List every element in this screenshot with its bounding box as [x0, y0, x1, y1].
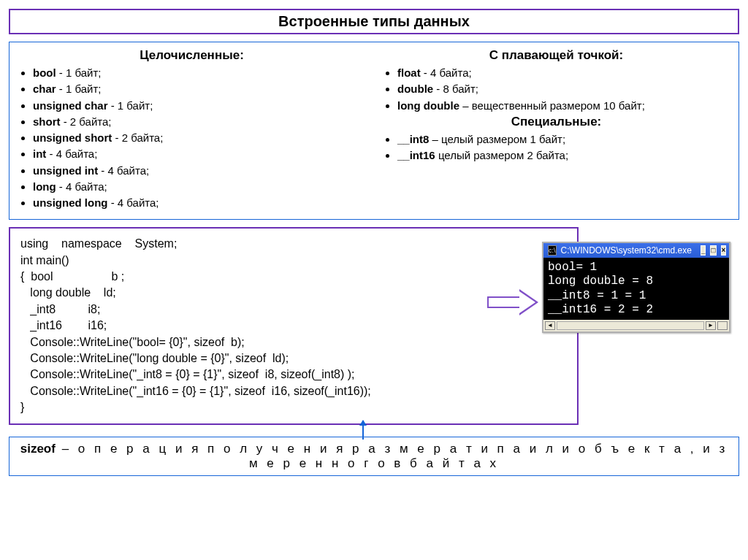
cmd-window: c:\ C:\WINDOWS\system32\cmd.exe _ □ × bo… [542, 242, 730, 333]
list-item: long double – вещественный размером 10 б… [397, 99, 731, 113]
sizeof-note: – о п е р а ц и я п о л у ч е н и я р а … [56, 442, 728, 470]
type-desc: - 2 байта; [64, 115, 112, 128]
list-item: bool - 1 байт; [33, 66, 367, 80]
arrow-right-icon [487, 291, 538, 313]
special-list: __int8 – целый размером 1 байт;__int16 ц… [381, 132, 731, 164]
type-name: char [33, 83, 59, 95]
float-special-column: С плавающей точкой: float - 4 байта;doub… [381, 48, 731, 212]
code-listing: using namespace System; int main() { boo… [20, 236, 567, 415]
type-name: __int8 [397, 133, 432, 145]
minimize-button[interactable]: _ [701, 245, 706, 256]
cmd-title-text: C:\WINDOWS\system32\cmd.exe [561, 245, 692, 256]
page-title: Встроенные типы данных [9, 9, 739, 34]
cmd-icon: c:\ [548, 245, 557, 256]
float-list: float - 4 байта;double - 8 байт;long dou… [381, 66, 731, 113]
types-panel: Целочисленные: bool - 1 байт;char - 1 ба… [9, 42, 739, 220]
type-name: unsigned long [33, 196, 111, 209]
type-desc: - 4 байта; [59, 180, 107, 193]
type-desc: - 2 байта; [115, 131, 164, 144]
code-panel: using namespace System; int main() { boo… [9, 227, 579, 424]
scroll-track[interactable] [557, 321, 704, 330]
type-desc: - 4 байта; [50, 147, 98, 160]
list-item: int - 4 байта; [33, 147, 367, 161]
type-desc: - 4 байта; [101, 164, 149, 177]
footnote-panel: sizeof – о п е р а ц и я п о л у ч е н и… [9, 437, 739, 476]
type-name: long double [397, 99, 462, 112]
list-item: double - 8 байт; [397, 82, 731, 96]
type-name: unsigned short [33, 131, 115, 144]
type-name: long [33, 180, 59, 193]
type-desc: - 1 байт; [111, 99, 153, 112]
type-name: int [33, 147, 50, 160]
list-item: unsigned short - 2 байта; [33, 131, 367, 145]
type-desc: – вещественный размером 10 байт; [462, 99, 645, 112]
type-name: unsigned char [33, 99, 111, 112]
cmd-scrollbar[interactable]: ◄ ► [543, 320, 729, 331]
float-heading: С плавающей точкой: [381, 48, 731, 63]
integer-list: bool - 1 байт;char - 1 байт;unsigned cha… [17, 66, 367, 210]
list-item: __int8 – целый размером 1 байт; [397, 132, 731, 147]
list-item: unsigned int - 4 байта; [33, 164, 367, 178]
arrow-up-icon [362, 421, 364, 440]
list-item: __int16 целый размером 2 байта; [397, 148, 731, 163]
list-item: long - 4 байта; [33, 180, 367, 194]
cmd-output: bool= 1 long double = 8 __int8 = 1 = 1 _… [543, 258, 729, 320]
type-desc: - 8 байт; [436, 83, 478, 95]
integer-heading: Целочисленные: [17, 48, 367, 63]
type-name: bool [33, 66, 59, 79]
sizeof-keyword: sizeof [20, 442, 56, 456]
type-name: float [397, 66, 424, 79]
type-desc: – целый размером 1 байт; [432, 133, 566, 145]
scroll-grip-icon[interactable] [717, 321, 728, 330]
close-button[interactable]: × [721, 245, 727, 256]
list-item: short - 2 байта; [33, 115, 367, 129]
type-desc: - 4 байта; [111, 196, 159, 209]
special-heading: Специальные: [381, 115, 731, 129]
maximize-button[interactable]: □ [710, 245, 716, 256]
scroll-right-icon[interactable]: ► [706, 321, 716, 330]
list-item: unsigned long - 4 байта; [33, 196, 367, 210]
cmd-titlebar: c:\ C:\WINDOWS\system32\cmd.exe _ □ × [543, 243, 729, 258]
type-desc: - 1 байт; [59, 66, 102, 79]
list-item: float - 4 байта; [397, 66, 731, 80]
list-item: unsigned char - 1 байт; [33, 99, 367, 113]
integer-column: Целочисленные: bool - 1 байт;char - 1 ба… [17, 48, 367, 212]
type-name: __int16 [397, 149, 438, 161]
type-name: unsigned int [33, 164, 101, 177]
list-item: char - 1 байт; [33, 82, 367, 96]
type-desc: - 1 байт; [59, 83, 102, 95]
type-desc: - 4 байта; [424, 66, 472, 79]
type-name: short [33, 115, 64, 128]
scroll-left-icon[interactable]: ◄ [545, 321, 555, 330]
type-name: double [397, 83, 436, 95]
type-desc: целый размером 2 байта; [438, 149, 568, 161]
